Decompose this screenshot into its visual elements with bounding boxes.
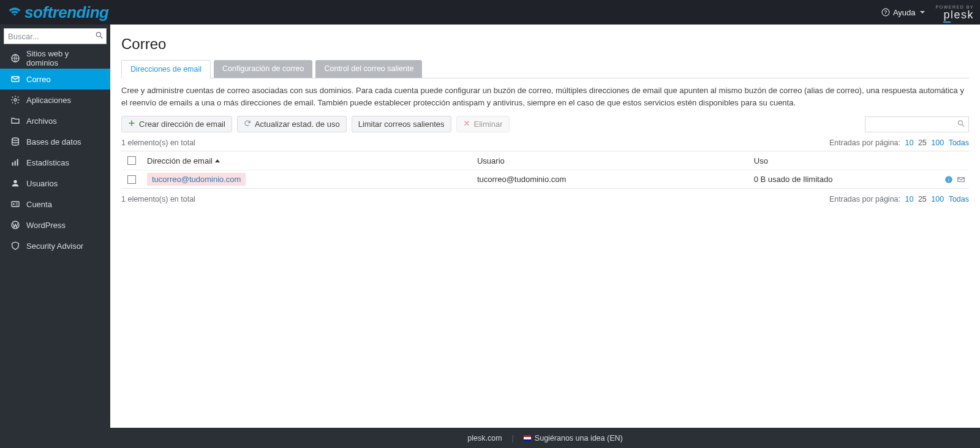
column-header-usage[interactable]: Uso (749, 153, 932, 169)
sidebar-item-websites[interactable]: Sitios web y dominios (0, 48, 110, 69)
svg-text:?: ? (884, 10, 887, 15)
page-description: Cree y administre cuentas de correo asoc… (121, 85, 969, 108)
svg-rect-9 (15, 161, 16, 165)
filter-input[interactable] (869, 120, 954, 129)
footer-plesk-link[interactable]: plesk.com (467, 434, 502, 442)
column-header-email[interactable]: Dirección de email (142, 153, 472, 169)
help-icon: ? (881, 8, 890, 17)
page-title: Correo (121, 36, 969, 53)
tab-email-addresses[interactable]: Direcciones de email (121, 60, 211, 78)
sidebar-item-label: WordPress (26, 221, 66, 230)
svg-line-3 (100, 36, 103, 39)
delete-button[interactable]: Eliminar (456, 116, 510, 132)
delete-icon (463, 120, 470, 129)
per-page-25: 25 (918, 195, 927, 203)
sidebar-item-label: Bases de datos (26, 137, 81, 146)
user-icon (10, 178, 20, 188)
database-icon (10, 137, 20, 146)
brand-text: softrending (24, 3, 109, 22)
per-page-100[interactable]: 100 (931, 195, 944, 203)
per-page-all[interactable]: Todas (949, 139, 969, 147)
powered-by-plesk[interactable]: POWERED BY plesk (936, 5, 974, 20)
webmail-icon[interactable] (957, 175, 965, 184)
sidebar-item-account[interactable]: Cuenta (0, 194, 110, 215)
svg-point-7 (12, 138, 19, 140)
items-count-bottom: 1 elemento(s) en total (121, 195, 195, 203)
tab-mail-settings[interactable]: Configuración de correo (214, 60, 312, 78)
email-address-link[interactable]: tucorreo@tudominio.com (147, 173, 246, 186)
create-email-button[interactable]: Crear dirección de email (121, 116, 232, 132)
card-icon (10, 199, 20, 209)
footer-suggest-link[interactable]: Sugiéranos una idea (EN) (524, 434, 623, 442)
sidebar-item-label: Archivos (26, 116, 57, 126)
stats-icon (10, 158, 20, 167)
sidebar-item-label: Correo (26, 75, 51, 84)
wifi-icon (6, 4, 23, 21)
footer: plesk.com | Sugiéranos una idea (EN) (110, 428, 980, 448)
globe-icon (10, 53, 20, 63)
row-checkbox[interactable] (127, 175, 136, 184)
top-bar: softrending ? Ayuda POWERED BY plesk (0, 0, 980, 25)
update-usage-button[interactable]: Actualizar estad. de uso (237, 116, 347, 132)
sidebar-item-applications[interactable]: Aplicaciones (0, 89, 110, 110)
svg-rect-12 (12, 202, 19, 207)
chevron-down-icon (920, 11, 925, 13)
sidebar-item-label: Usuarios (26, 179, 58, 188)
flag-icon (524, 435, 531, 441)
svg-rect-8 (12, 162, 13, 165)
per-page-all[interactable]: Todas (949, 195, 969, 203)
column-header-user[interactable]: Usuario (472, 153, 749, 169)
tabs: Direcciones de email Configuración de co… (121, 60, 969, 78)
svg-point-2 (96, 32, 100, 37)
sidebar-item-mail[interactable]: Correo (0, 69, 110, 89)
sidebar-item-databases[interactable]: Bases de datos (0, 131, 110, 152)
per-page-10[interactable]: 10 (905, 195, 914, 203)
search-icon[interactable] (95, 31, 104, 42)
sidebar-item-security-advisor[interactable]: Security Advisor (0, 235, 110, 256)
help-label: Ayuda (893, 8, 916, 17)
help-menu[interactable]: ? Ayuda (881, 8, 925, 17)
per-page-10[interactable]: 10 (905, 139, 914, 147)
tab-outgoing-control[interactable]: Control del correo saliente (315, 60, 422, 78)
shield-icon (10, 241, 20, 251)
items-count-top: 1 elemento(s) en total (121, 139, 195, 147)
search-icon[interactable] (957, 119, 965, 129)
per-page-25: 25 (918, 139, 927, 147)
email-table: Dirección de email Usuario Uso tucorreo@… (121, 151, 969, 189)
sidebar-item-files[interactable]: Archivos (0, 110, 110, 131)
sidebar-item-users[interactable]: Usuarios (0, 173, 110, 194)
mail-icon (10, 74, 20, 84)
svg-point-17 (958, 120, 962, 124)
plus-icon (128, 120, 135, 129)
per-page-top: Entradas por página: 10 25 100 Todas (829, 139, 969, 147)
svg-line-18 (962, 124, 965, 127)
svg-point-11 (13, 180, 17, 183)
folder-icon (10, 116, 20, 126)
per-page-100[interactable]: 100 (931, 139, 944, 147)
brand-logo[interactable]: softrending (0, 0, 109, 25)
refresh-icon (244, 120, 251, 129)
sidebar-item-label: Sitios web y dominios (26, 49, 102, 67)
sidebar-item-wordpress[interactable]: WordPress (0, 215, 110, 235)
wordpress-icon (10, 220, 20, 230)
sidebar-item-label: Cuenta (26, 200, 52, 209)
sidebar-item-statistics[interactable]: Estadísticas (0, 152, 110, 173)
limit-outgoing-button[interactable]: Limitar correos salientes (352, 116, 451, 132)
svg-point-6 (14, 99, 17, 101)
gear-icon (10, 95, 20, 105)
info-icon[interactable]: i (944, 175, 953, 184)
search-box[interactable] (4, 28, 107, 44)
toolbar: Crear dirección de email Actualizar esta… (121, 116, 969, 132)
sidebar: Sitios web y dominios Correo Aplicacione… (0, 25, 110, 448)
filter-box[interactable] (865, 116, 969, 132)
row-user: tucorreo@tudominio.com (472, 171, 749, 188)
top-right: ? Ayuda POWERED BY plesk (881, 5, 974, 20)
sidebar-item-label: Security Advisor (26, 241, 83, 251)
search-input[interactable] (8, 32, 91, 41)
select-all-checkbox[interactable] (127, 156, 136, 165)
sidebar-item-label: Aplicaciones (26, 96, 71, 105)
sort-asc-icon (215, 159, 220, 162)
row-usage: 0 B usado de Ilimitado (749, 171, 932, 188)
main-content: Correo Direcciones de email Configuració… (110, 25, 980, 428)
table-header: Dirección de email Usuario Uso (121, 151, 969, 170)
